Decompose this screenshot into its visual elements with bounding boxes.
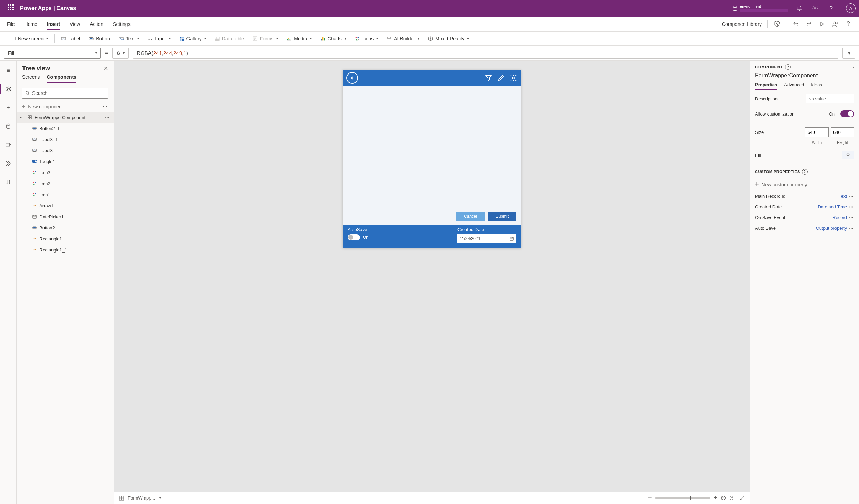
health-check-icon[interactable] xyxy=(773,20,781,28)
data-icon[interactable] xyxy=(3,121,13,131)
help-circle-icon[interactable]: ? xyxy=(785,64,791,70)
more-icon[interactable]: ⋯ xyxy=(849,194,854,199)
mixed-reality-button[interactable]: Mixed Reality▾ xyxy=(424,34,472,43)
fit-to-screen-icon[interactable] xyxy=(740,495,745,501)
help-icon-bar[interactable]: ? xyxy=(844,20,852,28)
ai-builder-button[interactable]: AI Builder▾ xyxy=(383,34,423,43)
menu-home[interactable]: Home xyxy=(25,21,37,27)
hamburger-icon[interactable]: ≡ xyxy=(3,66,13,75)
width-input[interactable] xyxy=(805,127,829,137)
description-input[interactable] xyxy=(806,94,854,103)
fx-button[interactable]: fx▾ xyxy=(112,48,129,59)
settings-icon[interactable] xyxy=(811,4,820,13)
tree-item[interactable]: Button2 xyxy=(17,222,114,233)
tree-item[interactable]: Rectangle1_1 xyxy=(17,244,114,255)
menu-view[interactable]: View xyxy=(70,21,80,27)
formula-input[interactable]: RGBA(241, 244, 249, 1) xyxy=(133,48,838,59)
new-component-link[interactable]: New component xyxy=(28,104,63,109)
component-canvas[interactable]: Cancel Submit AutoSave On Created Date xyxy=(343,70,521,248)
new-component-more-icon[interactable]: ⋯ xyxy=(103,104,108,109)
app-launcher-icon[interactable] xyxy=(8,4,16,12)
user-avatar[interactable]: A xyxy=(846,3,856,13)
advanced-tools-icon[interactable] xyxy=(3,177,13,187)
environment-selector[interactable]: Environment xyxy=(740,4,788,12)
tree-item[interactable]: Icon2 xyxy=(17,178,114,189)
date-picker[interactable]: 11/24/2021 xyxy=(457,234,516,243)
component-library-link[interactable]: ComponentLibrary xyxy=(722,21,762,27)
tree-item[interactable]: Label3_1 xyxy=(17,134,114,145)
plus-icon-2[interactable]: + xyxy=(755,181,759,188)
gear-icon[interactable] xyxy=(509,74,518,82)
tree-root-item[interactable]: ▾ FormWrapperComponent ⋯ xyxy=(17,112,114,123)
insert-pane-icon[interactable]: + xyxy=(3,103,13,112)
submit-button[interactable]: Submit xyxy=(488,212,516,221)
notifications-icon[interactable] xyxy=(795,4,804,13)
help-circle-icon-2[interactable]: ? xyxy=(802,169,808,175)
tree-item[interactable]: Toggle1 xyxy=(17,156,114,167)
custom-property-row[interactable]: Main Record IdText⋯ xyxy=(750,191,859,201)
media-button[interactable]: Media▾ xyxy=(283,34,315,43)
new-custom-property-link[interactable]: New custom property xyxy=(762,182,807,187)
tree-item[interactable]: DatePicker1 xyxy=(17,211,114,222)
tree-item[interactable]: Icon3 xyxy=(17,167,114,178)
play-icon[interactable] xyxy=(818,20,826,28)
expand-formula-icon[interactable]: ▾ xyxy=(842,48,855,59)
props-tab-ideas[interactable]: Ideas xyxy=(811,82,822,90)
more-icon[interactable]: ⋯ xyxy=(849,226,854,231)
filter-icon[interactable] xyxy=(484,74,493,82)
media-pane-icon[interactable] xyxy=(3,140,13,150)
back-icon[interactable] xyxy=(346,72,358,84)
label-button[interactable]: Label xyxy=(57,34,84,43)
zoom-in-button[interactable]: + xyxy=(714,494,717,502)
charts-button[interactable]: Charts▾ xyxy=(317,34,350,43)
cancel-button[interactable]: Cancel xyxy=(456,212,484,221)
button-button[interactable]: Button xyxy=(85,34,113,43)
fill-swatch[interactable] xyxy=(842,151,854,159)
property-selector[interactable]: Fill ▾ xyxy=(4,48,101,59)
menu-file[interactable]: File xyxy=(7,21,15,27)
tree-item[interactable]: Label3 xyxy=(17,145,114,156)
chevron-down-icon[interactable]: ▾ xyxy=(20,116,25,119)
edit-icon[interactable] xyxy=(497,74,505,82)
tree-view-icon[interactable] xyxy=(0,84,17,94)
autosave-toggle[interactable] xyxy=(348,234,360,240)
redo-icon[interactable] xyxy=(805,20,813,28)
help-icon[interactable]: ? xyxy=(827,4,836,13)
undo-icon[interactable] xyxy=(792,20,800,28)
tree-item[interactable]: Button2_1 xyxy=(17,123,114,134)
more-icon[interactable]: ⋯ xyxy=(849,204,854,209)
tree-item[interactable]: Icon1 xyxy=(17,189,114,200)
zoom-out-button[interactable]: − xyxy=(648,494,652,502)
power-automate-icon[interactable] xyxy=(3,159,13,168)
menu-settings[interactable]: Settings xyxy=(113,21,131,27)
tree-item[interactable]: Rectangle1 xyxy=(17,233,114,244)
custom-property-row[interactable]: Created DateDate and Time⋯ xyxy=(750,201,859,212)
props-tab-properties[interactable]: Properties xyxy=(755,82,777,90)
selected-element-name[interactable]: FormWrapp... xyxy=(128,495,155,501)
text-button[interactable]: Abc Text▾ xyxy=(115,34,143,43)
chevron-right-icon[interactable]: › xyxy=(853,65,854,70)
allow-custom-toggle[interactable] xyxy=(840,110,854,117)
share-icon[interactable] xyxy=(831,20,839,28)
selector-chevron-icon[interactable]: ▾ xyxy=(159,496,161,500)
more-icon[interactable]: ⋯ xyxy=(849,215,854,220)
tree-root-more-icon[interactable]: ⋯ xyxy=(105,115,110,120)
icons-button[interactable]: + Icons▾ xyxy=(351,34,382,43)
menu-insert[interactable]: Insert xyxy=(47,21,60,30)
plus-icon[interactable]: + xyxy=(22,103,25,110)
tree-search-input[interactable]: Search xyxy=(22,88,108,99)
tab-screens[interactable]: Screens xyxy=(22,74,40,83)
environment-icon[interactable] xyxy=(731,4,740,13)
close-panel-icon[interactable]: ✕ xyxy=(104,65,108,72)
custom-property-row[interactable]: On Save EventRecord⋯ xyxy=(750,212,859,223)
tab-components[interactable]: Components xyxy=(47,74,76,83)
menu-action[interactable]: Action xyxy=(90,21,103,27)
new-screen-button[interactable]: New screen▾ xyxy=(7,34,51,43)
props-tab-advanced[interactable]: Advanced xyxy=(784,82,804,90)
input-button[interactable]: Input▾ xyxy=(144,34,174,43)
custom-property-row[interactable]: Auto SaveOutput property⋯ xyxy=(750,223,859,234)
zoom-slider[interactable] xyxy=(655,497,710,499)
tree-item[interactable]: Arrow1 xyxy=(17,200,114,211)
gallery-button[interactable]: Gallery▾ xyxy=(175,34,210,43)
height-input[interactable] xyxy=(831,127,854,137)
